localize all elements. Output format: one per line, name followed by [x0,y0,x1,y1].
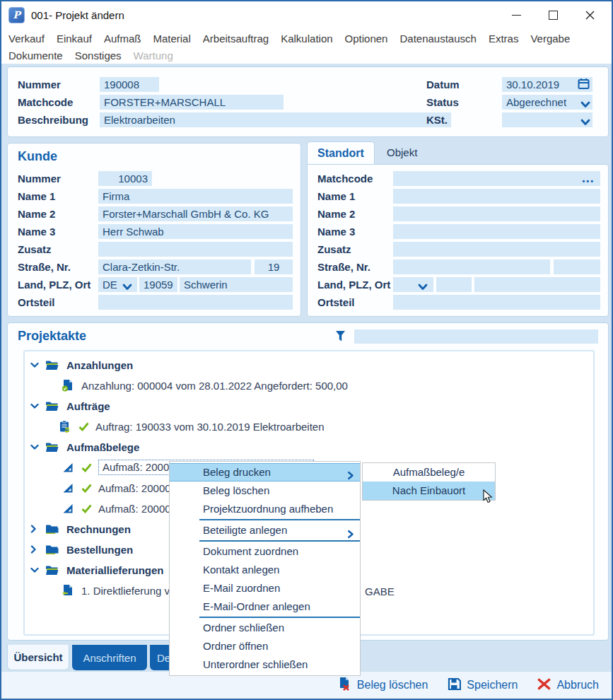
chevron-down-icon[interactable] [418,281,428,288]
tab-uebersicht[interactable]: Übersicht [7,645,69,670]
kunde-name2-field[interactable]: Forster+Marschall GmbH & Co. KG [98,206,293,221]
menu-datenaustausch[interactable]: Datenaustausch [399,33,476,45]
standort-hausnr-field[interactable] [554,259,600,274]
chevron-down-icon[interactable] [30,361,39,369]
standort-zusatz-field[interactable] [393,242,600,257]
menu-einkauf[interactable]: Einkauf [57,33,92,45]
standort-ortsteil-field[interactable] [393,295,600,310]
context-menu-item-email-zuordnen[interactable]: E-Mail zuordnen [170,579,360,597]
chevron-down-icon[interactable] [580,98,590,105]
chevron-right-icon[interactable] [30,525,39,533]
close-icon[interactable] [585,10,595,20]
save-icon [448,677,461,694]
kunde-name3-label: Name 3 [18,226,55,238]
context-menu-item-kontakt-anlegen[interactable]: Kontakt anlegen [170,561,360,579]
folder-open-icon [45,565,59,576]
menu-bar: Verkauf Einkauf Aufmaß Material Arbeitsa… [1,28,612,64]
minimize-icon[interactable] [511,10,521,20]
kunde-strasse-field[interactable]: Clara-Zetkin-Str. [98,259,251,274]
standort-plz-field[interactable] [436,277,472,292]
submenu-beleg-drucken: Aufmaßbeleg/e Nach Einbauort [362,462,496,501]
menu-arbeitsauftrag[interactable]: Arbeitsauftrag [203,33,269,45]
tree-folder-aufmassbelege[interactable]: Aufmaßbelege [30,439,139,455]
kst-dropdown[interactable] [502,112,592,127]
tree-folder-rechnungen[interactable]: Rechnungen [30,521,131,537]
context-menu-item-dokument-zuordnen[interactable]: Dokument zuordnen [170,542,360,561]
menu-aufmass[interactable]: Aufmaß [104,33,141,45]
tree-item-aufmass-3[interactable]: Aufmaß: 20000 [62,501,171,516]
clipboard-icon [59,420,71,433]
calendar-icon[interactable] [578,78,590,93]
setsquare-icon [62,462,74,473]
context-menu-item-ordner-oeffnen[interactable]: Ordner öffnen [170,637,360,655]
beleg-loeschen-button[interactable]: Beleg löschen [338,677,428,694]
tree-folder-materiallieferungen[interactable]: Materiallieferungen [30,562,164,578]
tree-folder-anzahlungen[interactable]: Anzahlungen [30,357,133,373]
chevron-down-icon[interactable] [30,443,39,451]
context-menu-item-beleg-loeschen[interactable]: Beleg löschen [170,482,360,500]
document-check-icon [62,379,74,392]
standort-name3-field[interactable] [393,224,600,239]
context-menu-item-beteiligte-anlegen[interactable]: Beteiligte anlegen [170,521,360,539]
standort-name2-field[interactable] [393,206,600,221]
context-menu-item-projektzuordnung[interactable]: Projektzuordnung aufheben [170,500,360,518]
maximize-icon[interactable] [548,10,558,20]
tree-item-anzahlung[interactable]: Anzahlung: 000004 vom 28.01.2022 Angefor… [62,378,348,393]
submenu-item-aufmassbeleg[interactable]: Aufmaßbeleg/e [363,463,495,482]
kunde-name1-field[interactable]: Firma [98,189,293,204]
kunde-name3-field[interactable]: Herr Schwab [98,224,293,239]
kunde-zusatz-label: Zusatz [18,243,52,255]
menu-kalkulation[interactable]: Kalkulation [281,33,332,45]
setsquare-icon [62,483,74,494]
speichern-button[interactable]: Speichern [448,677,518,694]
ellipsis-icon[interactable]: ••• [582,174,595,186]
standort-zusatz-label: Zusatz [317,243,351,255]
menu-optionen[interactable]: Optionen [345,33,388,45]
kunde-zusatz-field[interactable] [98,242,293,257]
context-menu-item-unterordner-schliessen[interactable]: Unterordner schließen [170,655,360,674]
tree-item-aufmass-2[interactable]: Aufmaß: 20000 [62,480,171,496]
nummer-field[interactable]: 190008 [100,77,159,92]
chevron-down-icon[interactable] [122,281,132,288]
menu-dokumente[interactable]: Dokumente [8,49,63,62]
tree-item-text-fragment: GABE [365,585,395,597]
filter-icon[interactable] [334,329,346,346]
status-dropdown[interactable]: Abgerechnet [502,95,592,110]
chevron-down-icon[interactable] [30,566,39,574]
abbruch-button[interactable]: Abbruch [537,678,599,693]
tree-item-direktlieferung[interactable]: 1. Direktlieferung vo [62,583,175,598]
kunde-plz-field[interactable]: 19059 [139,277,177,292]
standort-strasse-field[interactable] [393,259,550,274]
matchcode-field[interactable]: FORSTER+MARSCHALL [100,95,284,110]
chevron-down-icon[interactable] [580,116,590,123]
tree-folder-bestellungen[interactable]: Bestellungen [30,542,133,557]
tab-standort[interactable]: Standort [307,141,375,165]
tab-objekt[interactable]: Objekt [387,146,417,158]
tree-folder-auftraege[interactable]: Aufträge [30,398,110,414]
menu-extras[interactable]: Extras [489,33,519,45]
beschreibung-field[interactable]: Elektroarbeiten [100,112,451,127]
chevron-down-icon[interactable] [30,402,39,410]
kunde-ortsteil-field[interactable] [98,295,293,310]
mouse-cursor [483,489,494,507]
context-menu-item-email-ordner-anlegen[interactable]: E-Mail-Ordner anlegen [170,597,360,616]
kunde-hausnr-field[interactable]: 19 [255,259,293,274]
tab-anschriften[interactable]: Anschriften [72,645,147,670]
menu-sonstiges[interactable]: Sonstiges [75,49,122,62]
standort-name1-field[interactable] [393,189,600,204]
context-menu-item-ordner-schliessen[interactable]: Ordner schließen [170,619,360,637]
filter-input[interactable] [354,329,598,344]
context-menu-item-beleg-drucken[interactable]: Beleg drucken [170,463,360,482]
menu-material[interactable]: Material [153,33,190,45]
chevron-right-icon[interactable] [30,545,39,554]
submenu-item-nach-einbauort[interactable]: Nach Einbauort [363,482,495,500]
kunde-ort-field[interactable]: Schwerin [180,277,293,292]
document-delete-icon [338,677,351,694]
tree-item-auftrag[interactable]: Auftrag: 190033 vom 30.10.2019 Elektroar… [59,419,325,434]
standort-ort-field[interactable] [474,277,600,292]
kst-label: KSt. [426,114,448,126]
menu-vergabe[interactable]: Vergabe [530,33,570,45]
standort-matchcode-field[interactable]: ••• [393,171,600,186]
kunde-nummer-field[interactable]: 10003 [98,171,152,186]
menu-verkauf[interactable]: Verkauf [8,33,45,45]
